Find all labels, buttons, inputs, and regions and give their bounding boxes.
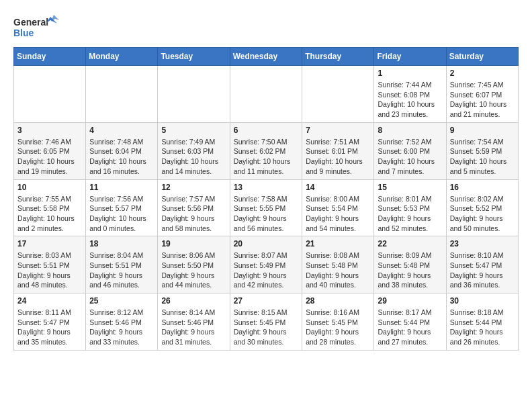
day-number: 12 (161, 183, 226, 192)
day-info: Sunrise: 7:55 AM Sunset: 5:58 PM Dayligh… (17, 194, 82, 234)
day-number: 2 (450, 68, 515, 78)
day-info: Sunrise: 8:11 AM Sunset: 5:47 PM Dayligh… (17, 308, 82, 347)
calendar-cell: 25Sunrise: 8:12 AM Sunset: 5:46 PM Dayli… (86, 293, 158, 351)
calendar-cell: 24Sunrise: 8:11 AM Sunset: 5:47 PM Dayli… (14, 293, 86, 351)
calendar-cell: 22Sunrise: 8:09 AM Sunset: 5:48 PM Dayli… (374, 236, 446, 293)
calendar-cell: 20Sunrise: 8:07 AM Sunset: 5:49 PM Dayli… (230, 236, 302, 293)
calendar-body: 1Sunrise: 7:44 AM Sunset: 6:08 PM Daylig… (14, 66, 519, 351)
calendar-cell (230, 66, 302, 123)
day-info: Sunrise: 8:08 AM Sunset: 5:48 PM Dayligh… (306, 250, 370, 290)
day-number: 24 (17, 296, 82, 306)
day-number: 4 (89, 126, 154, 135)
day-info: Sunrise: 8:01 AM Sunset: 5:53 PM Dayligh… (378, 194, 442, 234)
day-number: 9 (450, 126, 515, 135)
day-info: Sunrise: 8:00 AM Sunset: 5:54 PM Dayligh… (306, 194, 370, 234)
calendar-cell: 13Sunrise: 7:58 AM Sunset: 5:55 PM Dayli… (230, 179, 302, 236)
day-number: 13 (234, 183, 299, 192)
day-number: 5 (161, 126, 226, 135)
calendar-cell (302, 66, 374, 123)
day-info: Sunrise: 8:10 AM Sunset: 5:47 PM Dayligh… (450, 250, 515, 290)
day-number: 10 (17, 183, 82, 192)
calendar-header-monday: Monday (86, 48, 158, 66)
calendar-week-5: 24Sunrise: 8:11 AM Sunset: 5:47 PM Dayli… (14, 293, 519, 351)
calendar-week-3: 10Sunrise: 7:55 AM Sunset: 5:58 PM Dayli… (14, 179, 519, 236)
day-number: 20 (234, 239, 299, 248)
day-number: 1 (378, 68, 442, 78)
calendar-cell: 2Sunrise: 7:45 AM Sunset: 6:07 PM Daylig… (446, 66, 518, 123)
day-info: Sunrise: 8:07 AM Sunset: 5:49 PM Dayligh… (234, 250, 299, 290)
day-number: 23 (450, 239, 515, 248)
calendar-cell: 17Sunrise: 8:03 AM Sunset: 5:51 PM Dayli… (14, 236, 86, 293)
svg-text:General: General (13, 17, 48, 28)
calendar-cell: 9Sunrise: 7:54 AM Sunset: 5:59 PM Daylig… (446, 122, 518, 179)
calendar-cell (86, 66, 158, 123)
calendar-cell: 19Sunrise: 8:06 AM Sunset: 5:50 PM Dayli… (158, 236, 230, 293)
day-number: 26 (161, 296, 226, 306)
day-info: Sunrise: 8:04 AM Sunset: 5:51 PM Dayligh… (89, 250, 154, 290)
calendar-cell: 4Sunrise: 7:48 AM Sunset: 6:04 PM Daylig… (86, 122, 158, 179)
day-info: Sunrise: 8:17 AM Sunset: 5:44 PM Dayligh… (378, 308, 442, 347)
day-info: Sunrise: 7:58 AM Sunset: 5:55 PM Dayligh… (234, 194, 299, 234)
day-number: 22 (378, 239, 442, 248)
calendar-cell: 3Sunrise: 7:46 AM Sunset: 6:05 PM Daylig… (14, 122, 86, 179)
svg-text:Blue: Blue (13, 28, 34, 38)
calendar-cell: 6Sunrise: 7:50 AM Sunset: 6:02 PM Daylig… (230, 122, 302, 179)
calendar-cell: 15Sunrise: 8:01 AM Sunset: 5:53 PM Dayli… (374, 179, 446, 236)
day-number: 16 (450, 183, 515, 192)
day-info: Sunrise: 8:12 AM Sunset: 5:46 PM Dayligh… (89, 308, 154, 347)
calendar-cell: 18Sunrise: 8:04 AM Sunset: 5:51 PM Dayli… (86, 236, 158, 293)
calendar-header-sunday: Sunday (14, 48, 86, 66)
day-number: 3 (17, 126, 82, 135)
day-info: Sunrise: 7:49 AM Sunset: 6:03 PM Dayligh… (161, 137, 226, 177)
calendar-cell: 28Sunrise: 8:16 AM Sunset: 5:45 PM Dayli… (302, 293, 374, 351)
calendar-header-wednesday: Wednesday (230, 48, 302, 66)
day-number: 7 (306, 126, 370, 135)
day-number: 18 (89, 239, 154, 248)
day-info: Sunrise: 7:54 AM Sunset: 5:59 PM Dayligh… (450, 137, 515, 177)
page-header: GeneralBlue (13, 13, 519, 40)
calendar-cell: 26Sunrise: 8:14 AM Sunset: 5:46 PM Dayli… (158, 293, 230, 351)
calendar-cell: 5Sunrise: 7:49 AM Sunset: 6:03 PM Daylig… (158, 122, 230, 179)
day-info: Sunrise: 7:51 AM Sunset: 6:01 PM Dayligh… (306, 137, 370, 177)
day-info: Sunrise: 7:48 AM Sunset: 6:04 PM Dayligh… (89, 137, 154, 177)
calendar-cell: 29Sunrise: 8:17 AM Sunset: 5:44 PM Dayli… (374, 293, 446, 351)
day-number: 11 (89, 183, 154, 192)
logo: GeneralBlue (13, 13, 60, 40)
day-number: 27 (234, 296, 299, 306)
calendar-cell: 16Sunrise: 8:02 AM Sunset: 5:52 PM Dayli… (446, 179, 518, 236)
day-info: Sunrise: 7:56 AM Sunset: 5:57 PM Dayligh… (89, 194, 154, 234)
day-number: 30 (450, 296, 515, 306)
day-info: Sunrise: 7:45 AM Sunset: 6:07 PM Dayligh… (450, 80, 515, 120)
calendar-header-tuesday: Tuesday (158, 48, 230, 66)
day-info: Sunrise: 8:09 AM Sunset: 5:48 PM Dayligh… (378, 250, 442, 290)
day-number: 15 (378, 183, 442, 192)
calendar-cell: 23Sunrise: 8:10 AM Sunset: 5:47 PM Dayli… (446, 236, 518, 293)
day-info: Sunrise: 8:16 AM Sunset: 5:45 PM Dayligh… (306, 308, 370, 347)
day-info: Sunrise: 8:02 AM Sunset: 5:52 PM Dayligh… (450, 194, 515, 234)
calendar-table: SundayMondayTuesdayWednesdayThursdayFrid… (13, 47, 519, 351)
day-number: 28 (306, 296, 370, 306)
svg-marker-3 (51, 15, 59, 21)
calendar-week-1: 1Sunrise: 7:44 AM Sunset: 6:08 PM Daylig… (14, 66, 519, 123)
day-info: Sunrise: 7:46 AM Sunset: 6:05 PM Dayligh… (17, 137, 82, 177)
calendar-cell: 30Sunrise: 8:18 AM Sunset: 5:44 PM Dayli… (446, 293, 518, 351)
calendar-week-2: 3Sunrise: 7:46 AM Sunset: 6:05 PM Daylig… (14, 122, 519, 179)
calendar-cell: 21Sunrise: 8:08 AM Sunset: 5:48 PM Dayli… (302, 236, 374, 293)
day-number: 29 (378, 296, 442, 306)
calendar-cell (158, 66, 230, 123)
day-info: Sunrise: 8:03 AM Sunset: 5:51 PM Dayligh… (17, 250, 82, 290)
day-info: Sunrise: 7:50 AM Sunset: 6:02 PM Dayligh… (234, 137, 299, 177)
calendar-cell: 12Sunrise: 7:57 AM Sunset: 5:56 PM Dayli… (158, 179, 230, 236)
calendar-week-4: 17Sunrise: 8:03 AM Sunset: 5:51 PM Dayli… (14, 236, 519, 293)
day-number: 19 (161, 239, 226, 248)
calendar-cell: 11Sunrise: 7:56 AM Sunset: 5:57 PM Dayli… (86, 179, 158, 236)
day-number: 21 (306, 239, 370, 248)
calendar-header-saturday: Saturday (446, 48, 518, 66)
day-info: Sunrise: 8:15 AM Sunset: 5:45 PM Dayligh… (234, 308, 299, 347)
day-info: Sunrise: 8:06 AM Sunset: 5:50 PM Dayligh… (161, 250, 226, 290)
calendar-cell: 7Sunrise: 7:51 AM Sunset: 6:01 PM Daylig… (302, 122, 374, 179)
day-number: 8 (378, 126, 442, 135)
day-number: 6 (234, 126, 299, 135)
calendar-header-thursday: Thursday (302, 48, 374, 66)
day-info: Sunrise: 8:14 AM Sunset: 5:46 PM Dayligh… (161, 308, 226, 347)
